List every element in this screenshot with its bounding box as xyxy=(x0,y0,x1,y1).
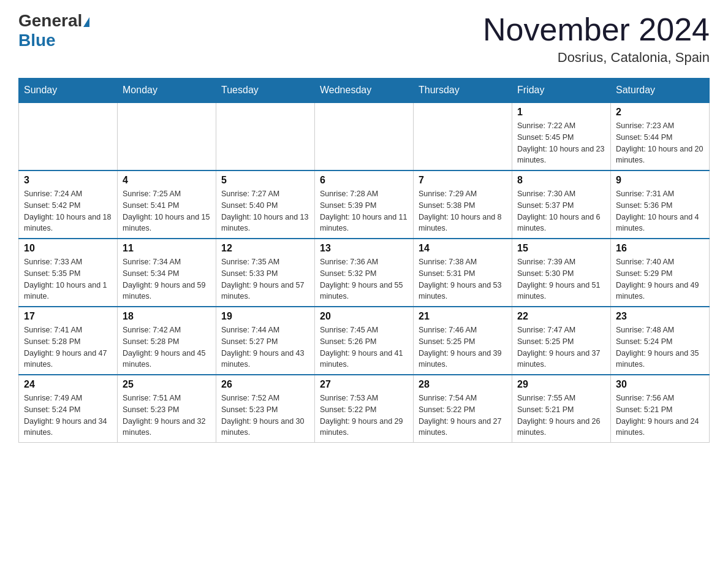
day-number: 24 xyxy=(24,379,112,390)
table-row: 16Sunrise: 7:40 AM Sunset: 5:29 PM Dayli… xyxy=(611,239,710,307)
day-number: 14 xyxy=(419,243,507,254)
calendar-week-row: 17Sunrise: 7:41 AM Sunset: 5:28 PM Dayli… xyxy=(19,307,710,375)
calendar-table: Sunday Monday Tuesday Wednesday Thursday… xyxy=(18,78,710,443)
table-row: 4Sunrise: 7:25 AM Sunset: 5:41 PM Daylig… xyxy=(118,170,216,239)
day-number: 3 xyxy=(24,175,112,186)
header-sunday: Sunday xyxy=(19,79,118,103)
calendar-week-row: 3Sunrise: 7:24 AM Sunset: 5:42 PM Daylig… xyxy=(19,170,710,239)
table-row: 15Sunrise: 7:39 AM Sunset: 5:30 PM Dayli… xyxy=(512,239,611,307)
day-number: 28 xyxy=(419,379,507,390)
day-info: Sunrise: 7:38 AM Sunset: 5:31 PM Dayligh… xyxy=(419,256,507,302)
day-number: 4 xyxy=(123,175,211,186)
day-info: Sunrise: 7:49 AM Sunset: 5:24 PM Dayligh… xyxy=(24,393,112,439)
page-header: General Blue November 2024 Dosrius, Cata… xyxy=(18,12,710,66)
header-wednesday: Wednesday xyxy=(315,79,414,103)
calendar-header-row: Sunday Monday Tuesday Wednesday Thursday… xyxy=(19,79,710,103)
day-number: 6 xyxy=(320,175,408,186)
table-row: 29Sunrise: 7:55 AM Sunset: 5:21 PM Dayli… xyxy=(512,375,611,443)
header-saturday: Saturday xyxy=(611,79,710,103)
day-info: Sunrise: 7:39 AM Sunset: 5:30 PM Dayligh… xyxy=(517,256,605,302)
table-row: 12Sunrise: 7:35 AM Sunset: 5:33 PM Dayli… xyxy=(216,239,315,307)
table-row: 7Sunrise: 7:29 AM Sunset: 5:38 PM Daylig… xyxy=(414,170,512,239)
day-number: 11 xyxy=(123,243,211,254)
table-row xyxy=(414,102,512,170)
day-number: 22 xyxy=(517,311,605,322)
logo-triangle-icon xyxy=(83,17,89,27)
table-row: 22Sunrise: 7:47 AM Sunset: 5:25 PM Dayli… xyxy=(512,307,611,375)
calendar-week-row: 24Sunrise: 7:49 AM Sunset: 5:24 PM Dayli… xyxy=(19,375,710,443)
day-number: 7 xyxy=(419,175,507,186)
day-info: Sunrise: 7:45 AM Sunset: 5:26 PM Dayligh… xyxy=(320,324,408,370)
day-number: 13 xyxy=(320,243,408,254)
table-row: 23Sunrise: 7:48 AM Sunset: 5:24 PM Dayli… xyxy=(611,307,710,375)
table-row: 1Sunrise: 7:22 AM Sunset: 5:45 PM Daylig… xyxy=(512,102,611,170)
day-number: 17 xyxy=(24,311,112,322)
day-info: Sunrise: 7:28 AM Sunset: 5:39 PM Dayligh… xyxy=(320,188,408,234)
table-row: 30Sunrise: 7:56 AM Sunset: 5:21 PM Dayli… xyxy=(611,375,710,443)
day-info: Sunrise: 7:34 AM Sunset: 5:34 PM Dayligh… xyxy=(123,256,211,302)
day-number: 18 xyxy=(123,311,211,322)
day-number: 12 xyxy=(221,243,309,254)
table-row: 3Sunrise: 7:24 AM Sunset: 5:42 PM Daylig… xyxy=(19,170,118,239)
day-info: Sunrise: 7:31 AM Sunset: 5:36 PM Dayligh… xyxy=(616,188,704,234)
table-row: 26Sunrise: 7:52 AM Sunset: 5:23 PM Dayli… xyxy=(216,375,315,443)
day-number: 27 xyxy=(320,379,408,390)
table-row: 2Sunrise: 7:23 AM Sunset: 5:44 PM Daylig… xyxy=(611,102,710,170)
header-thursday: Thursday xyxy=(414,79,512,103)
table-row xyxy=(118,102,216,170)
day-info: Sunrise: 7:55 AM Sunset: 5:21 PM Dayligh… xyxy=(517,393,605,439)
day-info: Sunrise: 7:36 AM Sunset: 5:32 PM Dayligh… xyxy=(320,256,408,302)
table-row: 6Sunrise: 7:28 AM Sunset: 5:39 PM Daylig… xyxy=(315,170,414,239)
table-row: 24Sunrise: 7:49 AM Sunset: 5:24 PM Dayli… xyxy=(19,375,118,443)
day-number: 5 xyxy=(221,175,309,186)
table-row xyxy=(19,102,118,170)
day-info: Sunrise: 7:53 AM Sunset: 5:22 PM Dayligh… xyxy=(320,393,408,439)
day-number: 8 xyxy=(517,175,605,186)
table-row: 27Sunrise: 7:53 AM Sunset: 5:22 PM Dayli… xyxy=(315,375,414,443)
day-number: 26 xyxy=(221,379,309,390)
day-info: Sunrise: 7:25 AM Sunset: 5:41 PM Dayligh… xyxy=(123,188,211,234)
day-info: Sunrise: 7:29 AM Sunset: 5:38 PM Dayligh… xyxy=(419,188,507,234)
day-info: Sunrise: 7:41 AM Sunset: 5:28 PM Dayligh… xyxy=(24,324,112,370)
table-row: 10Sunrise: 7:33 AM Sunset: 5:35 PM Dayli… xyxy=(19,239,118,307)
calendar-week-row: 1Sunrise: 7:22 AM Sunset: 5:45 PM Daylig… xyxy=(19,102,710,170)
day-number: 25 xyxy=(123,379,211,390)
title-section: November 2024 Dosrius, Catalonia, Spain xyxy=(483,12,710,66)
logo-general-text: General xyxy=(18,11,82,30)
day-info: Sunrise: 7:48 AM Sunset: 5:24 PM Dayligh… xyxy=(616,324,704,370)
day-info: Sunrise: 7:44 AM Sunset: 5:27 PM Dayligh… xyxy=(221,324,309,370)
day-info: Sunrise: 7:23 AM Sunset: 5:44 PM Dayligh… xyxy=(616,120,704,166)
day-info: Sunrise: 7:46 AM Sunset: 5:25 PM Dayligh… xyxy=(419,324,507,370)
table-row: 13Sunrise: 7:36 AM Sunset: 5:32 PM Dayli… xyxy=(315,239,414,307)
day-number: 1 xyxy=(517,107,605,118)
logo-blue-text: Blue xyxy=(18,31,56,50)
day-number: 10 xyxy=(24,243,112,254)
table-row xyxy=(315,102,414,170)
table-row: 20Sunrise: 7:45 AM Sunset: 5:26 PM Dayli… xyxy=(315,307,414,375)
day-number: 30 xyxy=(616,379,704,390)
day-info: Sunrise: 7:30 AM Sunset: 5:37 PM Dayligh… xyxy=(517,188,605,234)
day-info: Sunrise: 7:35 AM Sunset: 5:33 PM Dayligh… xyxy=(221,256,309,302)
table-row: 9Sunrise: 7:31 AM Sunset: 5:36 PM Daylig… xyxy=(611,170,710,239)
day-info: Sunrise: 7:47 AM Sunset: 5:25 PM Dayligh… xyxy=(517,324,605,370)
header-tuesday: Tuesday xyxy=(216,79,315,103)
day-info: Sunrise: 7:33 AM Sunset: 5:35 PM Dayligh… xyxy=(24,256,112,302)
day-number: 21 xyxy=(419,311,507,322)
day-number: 9 xyxy=(616,175,704,186)
header-monday: Monday xyxy=(118,79,216,103)
table-row: 21Sunrise: 7:46 AM Sunset: 5:25 PM Dayli… xyxy=(414,307,512,375)
day-number: 2 xyxy=(616,107,704,118)
logo: General Blue xyxy=(18,12,89,50)
day-number: 19 xyxy=(221,311,309,322)
calendar-week-row: 10Sunrise: 7:33 AM Sunset: 5:35 PM Dayli… xyxy=(19,239,710,307)
header-friday: Friday xyxy=(512,79,611,103)
day-info: Sunrise: 7:40 AM Sunset: 5:29 PM Dayligh… xyxy=(616,256,704,302)
table-row xyxy=(216,102,315,170)
table-row: 8Sunrise: 7:30 AM Sunset: 5:37 PM Daylig… xyxy=(512,170,611,239)
table-row: 14Sunrise: 7:38 AM Sunset: 5:31 PM Dayli… xyxy=(414,239,512,307)
day-info: Sunrise: 7:42 AM Sunset: 5:28 PM Dayligh… xyxy=(123,324,211,370)
table-row: 25Sunrise: 7:51 AM Sunset: 5:23 PM Dayli… xyxy=(118,375,216,443)
table-row: 11Sunrise: 7:34 AM Sunset: 5:34 PM Dayli… xyxy=(118,239,216,307)
month-year-title: November 2024 xyxy=(483,12,710,47)
day-number: 23 xyxy=(616,311,704,322)
